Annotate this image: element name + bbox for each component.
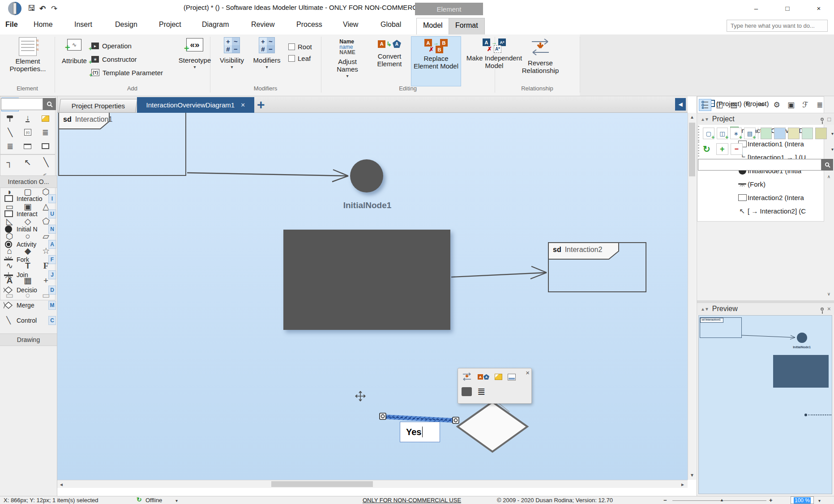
add-item-button[interactable]: + <box>716 143 728 155</box>
project-search-button[interactable] <box>821 159 833 171</box>
mini-frame-icon[interactable] <box>508 374 516 380</box>
license-link[interactable]: ONLY FOR NON-COMMERCIAL USE <box>363 497 461 504</box>
add-template-parameter-button[interactable]: {T}+ Template Parameter <box>91 66 163 79</box>
zoom-out-icon[interactable]: − <box>663 497 667 504</box>
pencils-panel-icon[interactable]: ✏ <box>756 99 769 111</box>
menu-review[interactable]: Review <box>251 21 274 29</box>
menu-file[interactable]: File <box>5 21 18 29</box>
root-checkbox[interactable]: Root <box>288 41 312 52</box>
reverse-relationship-button[interactable]: Reverse Relationship <box>514 37 567 74</box>
layers-panel-icon[interactable]: ≣ <box>813 99 826 111</box>
mini-note-icon[interactable] <box>495 374 502 380</box>
panel-maximize-icon[interactable]: □ <box>827 116 831 123</box>
tree-item-decision[interactable]: ◇ (Decision) <box>697 218 824 222</box>
initial-node[interactable] <box>350 159 383 192</box>
tool-join[interactable]: Join J <box>1 267 57 282</box>
tree-scroll-up-icon[interactable]: ∧ <box>825 172 833 180</box>
mini-convert-icon[interactable]: A A <box>478 374 489 380</box>
add-sequence-diagram-button[interactable] <box>788 128 800 139</box>
leaf-checkbox[interactable]: Leaf <box>288 52 312 64</box>
zoom-value-box[interactable]: 100 % <box>791 496 814 504</box>
element-search-button[interactable] <box>43 98 56 110</box>
section-drawing[interactable]: Drawing <box>0 333 57 346</box>
zoom-slider-thumb[interactable]: ▲ <box>720 498 724 502</box>
horizontal-scroll-thumb[interactable] <box>271 481 373 487</box>
text-block-tool[interactable]: ≣ <box>1 139 19 153</box>
documentation-panel-icon[interactable]: ▤ <box>727 99 740 111</box>
save-icon[interactable]: 🖫 <box>28 4 35 13</box>
section-interaction-overview[interactable]: Interaction O... <box>0 175 57 188</box>
add-document-button[interactable]: ▤+ <box>744 128 756 139</box>
menu-insert[interactable]: Insert <box>74 21 92 29</box>
vertical-scroll-thumb[interactable] <box>689 123 695 176</box>
tree-item-flow2[interactable]: ↖ [ → Interaction2] (C <box>697 204 824 218</box>
tab-interaction-overview-diagram[interactable]: InteractionOverviewDiagram1 × <box>137 97 254 113</box>
tree-scrollbar[interactable]: ∧ ∨ <box>825 172 833 298</box>
convert-element-button[interactable]: A ↳ A Convert Element <box>371 37 408 68</box>
visibility-button[interactable]: +~ #− Visibility ▾ <box>216 37 248 69</box>
zoom-in-icon[interactable]: + <box>769 497 773 504</box>
add-tab-button[interactable]: + <box>257 99 265 111</box>
pin-icon[interactable] <box>821 118 824 121</box>
menu-project[interactable]: Project <box>159 21 181 29</box>
close-button[interactable]: × <box>811 3 826 13</box>
horizontal-scrollbar[interactable]: ◄ ► <box>57 480 688 488</box>
replace-element-model-button[interactable]: A → B ✗ B Replace Element Model <box>411 36 461 86</box>
ribbon-search-input[interactable] <box>727 20 828 32</box>
add-component-diagram-button[interactable] <box>815 128 827 139</box>
offline-status[interactable]: Offline <box>145 497 162 504</box>
tool-fork[interactable]: Fork F <box>1 252 57 267</box>
refresh-icon[interactable]: ↻ <box>703 144 710 154</box>
undo-icon[interactable]: ↶ <box>39 4 46 13</box>
element-search-input[interactable] <box>1 98 43 110</box>
drawing-tool-line[interactable]: ╲ <box>37 155 55 170</box>
offline-dropdown-icon[interactable]: ▾ <box>175 498 178 503</box>
tree-scroll-down-icon[interactable]: ∨ <box>825 290 833 298</box>
tool-activity-final[interactable]: Activity A <box>1 237 57 252</box>
remove-item-button[interactable]: − <box>731 143 743 155</box>
mini-toolbar-close-icon[interactable]: × <box>526 369 530 376</box>
add-glossary-button[interactable]: ∗+ <box>730 128 742 139</box>
toolbar-overflow-icon2[interactable]: ▾ <box>831 147 834 152</box>
model-explorer-icon[interactable]: ◫ <box>713 99 726 111</box>
frame-tool[interactable] <box>37 139 54 153</box>
menu-view[interactable]: View <box>343 21 358 29</box>
drawing-tool-arrow[interactable]: ↖ <box>19 155 37 170</box>
add-folder-button[interactable]: ▢+ <box>703 128 714 139</box>
code-document-tool[interactable]: {c} <box>19 125 36 139</box>
folder-tool[interactable] <box>19 139 36 153</box>
tree-item-fork[interactable]: (Fork) <box>697 177 824 191</box>
drawing-tool-polyline[interactable]: ┐ <box>0 155 19 170</box>
adjust-names-button[interactable]: Name name NAME Adjust Names ▾ <box>328 37 367 78</box>
menu-design[interactable]: Design <box>115 21 137 29</box>
add-attribute-button[interactable]: ∿ + Attribute <box>59 37 90 64</box>
toolbar-overflow-icon[interactable]: ▾ <box>831 131 834 136</box>
leaf-checkbox-box[interactable] <box>288 55 295 62</box>
preview-close-icon[interactable]: × <box>827 305 831 312</box>
add-activity-diagram-button[interactable] <box>802 128 813 139</box>
maximize-button[interactable]: □ <box>780 3 795 13</box>
add-constructor-button[interactable]: ∗+ Constructor <box>91 52 163 66</box>
collapse-panel-button[interactable]: ◀ <box>675 98 686 111</box>
add-structure-diagram-button[interactable] <box>774 128 786 139</box>
interaction1-frame[interactable]: sdInteraction1 <box>58 113 186 176</box>
menu-process[interactable]: Process <box>296 21 322 29</box>
menu-tab-format[interactable]: Format <box>449 18 485 34</box>
menu-home[interactable]: Home <box>34 21 53 29</box>
format-painter-tool[interactable] <box>1 111 19 125</box>
scroll-left-icon[interactable]: ◄ <box>57 480 65 488</box>
mini-fill-color-icon[interactable] <box>462 387 472 396</box>
scroll-right-icon[interactable]: ► <box>679 480 687 488</box>
tool-merge[interactable]: Merge M <box>1 298 57 312</box>
line-tool[interactable]: ╲ <box>1 125 19 139</box>
insert-element-tool[interactable]: ↓ <box>19 111 36 125</box>
scroll-up-icon[interactable]: ▲ <box>688 113 696 121</box>
redo-icon[interactable]: ↷ <box>51 4 57 13</box>
panel-collapse-icon[interactable]: ▲▼ <box>701 307 709 312</box>
zoom-slider-track[interactable] <box>672 500 766 501</box>
style-editor-icon[interactable]: ✎ <box>742 99 754 111</box>
tool-interaction[interactable]: Interactio I <box>1 191 57 206</box>
scripts-panel-icon[interactable]: ℱ <box>799 99 812 111</box>
root-checkbox-box[interactable] <box>288 43 295 50</box>
mini-reverse-icon[interactable] <box>462 372 472 382</box>
